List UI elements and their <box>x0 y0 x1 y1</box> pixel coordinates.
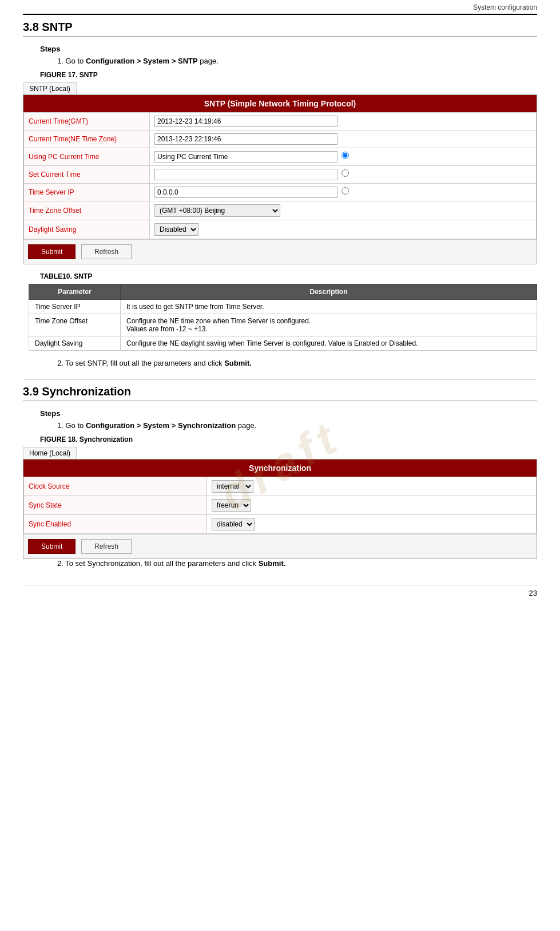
sntp-select-daylight-saving[interactable]: Disabled Enabled <box>154 223 198 236</box>
sntp-step2: 2. To set SNTP, fill out all the paramet… <box>57 359 537 367</box>
sntp-field-using-pc-time: Using PC Current Time <box>24 148 537 166</box>
sync-step1: 1. Go to Configuration > System > Synchr… <box>57 421 537 430</box>
sntp-input-set-current-time[interactable] <box>154 169 337 180</box>
sync-label-sync-state: Sync State <box>24 496 207 515</box>
sntp-button-row: Submit Refresh <box>23 239 537 264</box>
page-header: System configuration <box>23 0 537 15</box>
sync-panel-title: Synchronization <box>23 459 537 477</box>
sntp-section: 3.8 SNTP Steps 1. Go to Configuration > … <box>23 21 537 367</box>
header-title: System configuration <box>473 3 537 11</box>
sntp-col-description: Description <box>121 284 537 300</box>
sync-section: 3.9 Synchronization Steps 1. Go to Confi… <box>23 385 537 568</box>
sntp-field-time-server-ip: Time Server IP <box>24 184 537 201</box>
sync-submit-button[interactable]: Submit <box>28 539 76 554</box>
sync-label-clock-source: Clock Source <box>24 477 207 496</box>
sntp-param-daylight-saving: Daylight Saving <box>29 336 121 351</box>
sync-figure-label: FIGURE 18. Synchronization <box>40 435 537 443</box>
sntp-field-current-time-gmt: Current Time(GMT) <box>24 113 537 130</box>
sntp-data-table: Parameter Description Time Server IP It … <box>29 284 537 351</box>
sntp-field-time-zone-offset: Time Zone Offset (GMT +08:00) Beijing <box>24 201 537 220</box>
sntp-panel-wrapper: SNTP (Local) SNTP (Simple Network Timing… <box>23 82 537 264</box>
sync-panel-body: Synchronization Clock Source internal ex… <box>23 459 537 559</box>
sntp-field-set-current-time: Set Current Time <box>24 166 537 184</box>
page-number: 23 <box>23 585 537 597</box>
sntp-label-current-time-gmt: Current Time(GMT) <box>24 113 150 130</box>
sync-panel-tab[interactable]: Home (Local) <box>23 447 77 459</box>
sntp-input-using-pc-time[interactable] <box>154 151 337 163</box>
sntp-refresh-button[interactable]: Refresh <box>81 244 132 259</box>
sync-select-clock-source[interactable]: internal external <box>212 480 253 493</box>
sntp-desc-daylight-saving: Configure the NE daylight saving when Ti… <box>121 336 537 351</box>
section-divider <box>23 379 537 379</box>
sntp-panel-title: SNTP (Simple Network Timing Protocol) <box>23 95 537 112</box>
sntp-panel-body: SNTP (Simple Network Timing Protocol) Cu… <box>23 94 537 264</box>
sntp-steps-label: Steps <box>40 45 537 53</box>
sntp-heading: 3.8 SNTP <box>23 21 537 37</box>
sntp-desc-time-zone-offset: Configure the NE time zone when Time Ser… <box>121 314 537 336</box>
sntp-param-time-server-ip: Time Server IP <box>29 300 121 314</box>
sntp-table-label: TABLE10. SNTP <box>40 272 537 280</box>
sync-step2: 2. To set Synchronization, fill out all … <box>57 559 537 568</box>
sntp-col-parameter: Parameter <box>29 284 121 300</box>
sync-label-sync-enabled: Sync Enabled <box>24 515 207 534</box>
sntp-select-time-zone-offset[interactable]: (GMT +08:00) Beijing <box>154 204 280 217</box>
sntp-label-using-pc-time: Using PC Current Time <box>24 148 150 166</box>
sntp-param-time-zone-offset: Time Zone Offset <box>29 314 121 336</box>
sync-panel-wrapper: Home (Local) Synchronization Clock Sourc… <box>23 447 537 559</box>
sntp-label-daylight-saving: Daylight Saving <box>24 220 150 239</box>
sync-heading: 3.9 Synchronization <box>23 385 537 401</box>
sntp-field-daylight-saving: Daylight Saving Disabled Enabled <box>24 220 537 239</box>
sntp-radio-using-pc-time[interactable] <box>341 152 349 159</box>
sync-steps-label: Steps <box>40 409 537 418</box>
sync-field-sync-state: Sync State freerun locked <box>24 496 537 515</box>
sntp-form-table: Current Time(GMT) Current Time(NE Time Z… <box>23 112 537 239</box>
sync-button-row: Submit Refresh <box>23 534 537 558</box>
sync-form-table: Clock Source internal external Sync Stat… <box>23 477 537 534</box>
sntp-label-set-current-time: Set Current Time <box>24 166 150 184</box>
sntp-radio-set-current-time[interactable] <box>341 169 349 177</box>
sntp-radio-time-server-ip[interactable] <box>341 187 349 195</box>
sntp-desc-time-server-ip: It is used to get SNTP time from Time Se… <box>121 300 537 314</box>
sntp-panel-tab[interactable]: SNTP (Local) <box>23 82 77 94</box>
table-row: Time Zone Offset Configure the NE time z… <box>29 314 537 336</box>
sntp-step1: 1. Go to Configuration > System > SNTP p… <box>57 57 537 65</box>
sntp-input-current-time-ne[interactable] <box>154 133 337 145</box>
sntp-figure-label: FIGURE 17. SNTP <box>40 71 537 79</box>
sntp-label-current-time-ne: Current Time(NE Time Zone) <box>24 130 150 148</box>
sntp-label-time-zone-offset: Time Zone Offset <box>24 201 150 220</box>
table-row: Daylight Saving Configure the NE dayligh… <box>29 336 537 351</box>
sync-select-sync-state[interactable]: freerun locked <box>212 499 251 512</box>
table-row: Time Server IP It is used to get SNTP ti… <box>29 300 537 314</box>
sync-field-sync-enabled: Sync Enabled disabled enabled <box>24 515 537 534</box>
sntp-input-current-time-gmt[interactable] <box>154 116 337 127</box>
sntp-label-time-server-ip: Time Server IP <box>24 184 150 201</box>
sync-refresh-button[interactable]: Refresh <box>81 539 132 554</box>
sync-field-clock-source: Clock Source internal external <box>24 477 537 496</box>
sntp-field-current-time-ne: Current Time(NE Time Zone) <box>24 130 537 148</box>
sntp-input-time-server-ip[interactable] <box>154 187 337 198</box>
sync-select-sync-enabled[interactable]: disabled enabled <box>212 518 255 530</box>
sntp-submit-button[interactable]: Submit <box>28 244 76 259</box>
